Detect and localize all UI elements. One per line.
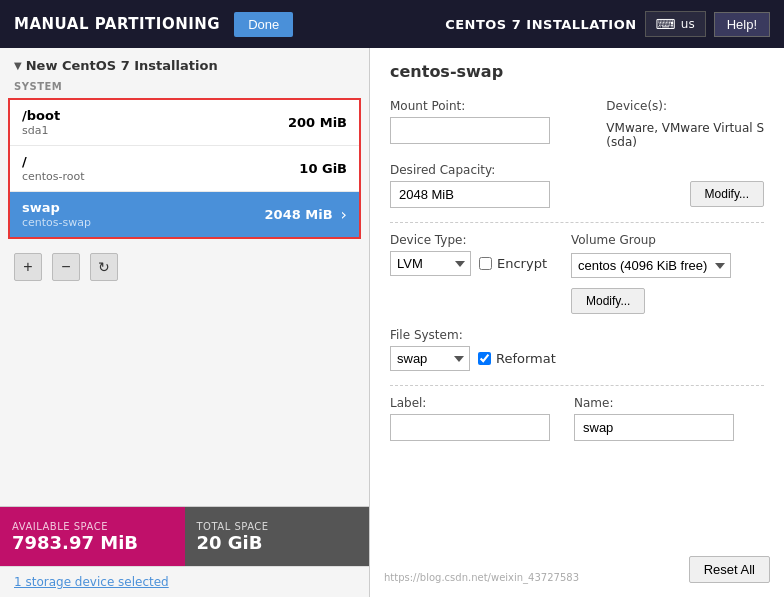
partition-arrow-icon: ›: [341, 205, 347, 224]
partition-item-root[interactable]: / centos-root 10 GiB: [10, 146, 359, 192]
devices-label: Device(s):: [606, 99, 764, 113]
installation-header: ▼ New CentOS 7 Installation: [0, 48, 369, 79]
reformat-checkbox-group: Reformat: [478, 351, 556, 366]
right-section-title: centos-swap: [390, 62, 764, 85]
keyboard-indicator[interactable]: ⌨ us: [645, 11, 706, 37]
done-button[interactable]: Done: [234, 12, 293, 37]
desired-capacity-group: Desired Capacity:: [390, 163, 666, 208]
devices-value: VMware, VMware Virtual S(sda): [606, 121, 764, 149]
collapse-triangle[interactable]: ▼: [14, 60, 22, 71]
total-space-label: TOTAL SPACE: [197, 521, 358, 532]
help-button[interactable]: Help!: [714, 12, 770, 37]
add-partition-button[interactable]: +: [14, 253, 42, 281]
partition-list: /boot sda1 200 MiB / centos-root 10 GiB …: [8, 98, 361, 239]
label-field-label: Label:: [390, 396, 550, 410]
partition-size-root: 10 GiB: [299, 161, 347, 176]
partition-item-boot[interactable]: /boot sda1 200 MiB: [10, 100, 359, 146]
keyboard-icon: ⌨: [656, 16, 676, 32]
partition-subname-swap: centos-swap: [22, 216, 265, 229]
device-type-vg-row: Device Type: LVM Standard RAID Encrypt V…: [390, 233, 764, 314]
url-watermark: https://blog.csdn.net/weixin_43727583: [384, 572, 579, 583]
available-space-box: AVAILABLE SPACE 7983.97 MiB: [0, 507, 185, 566]
filesystem-select[interactable]: swap ext4 xfs: [390, 346, 470, 371]
device-type-select[interactable]: LVM Standard RAID: [390, 251, 471, 276]
page-title: MANUAL PARTITIONING: [14, 15, 220, 33]
partition-item-swap[interactable]: swap centos-swap 2048 MiB ›: [10, 192, 359, 237]
filesystem-group: File System: swap ext4 xfs Reformat: [390, 328, 556, 371]
installation-label: New CentOS 7 Installation: [26, 58, 218, 73]
devices-modify-button[interactable]: Modify...: [690, 181, 764, 207]
storage-device-link[interactable]: 1 storage device selected: [0, 566, 369, 597]
system-label: SYSTEM: [0, 79, 369, 96]
left-panel: ▼ New CentOS 7 Installation SYSTEM /boot…: [0, 48, 370, 597]
device-type-label: Device Type:: [390, 233, 547, 247]
desired-capacity-label: Desired Capacity:: [390, 163, 666, 177]
total-space-value: 20 GiB: [197, 532, 358, 553]
partition-size-swap: 2048 MiB: [265, 207, 333, 222]
name-field-input[interactable]: [574, 414, 734, 441]
main-content: ▼ New CentOS 7 Installation SYSTEM /boot…: [0, 48, 784, 597]
available-space-label: AVAILABLE SPACE: [12, 521, 173, 532]
volume-group-select[interactable]: centos (4096 KiB free): [571, 253, 731, 278]
label-field-input[interactable]: [390, 414, 550, 441]
available-space-value: 7983.97 MiB: [12, 532, 173, 553]
volume-group-group: Volume Group centos (4096 KiB free) Modi…: [571, 233, 731, 314]
capacity-modify-row: Desired Capacity: Modify...: [390, 163, 764, 208]
volume-group-label: Volume Group: [571, 233, 731, 247]
right-panel: centos-swap Mount Point: Device(s): VMwa…: [370, 48, 784, 597]
keyboard-lang: us: [681, 17, 695, 31]
refresh-button[interactable]: ↻: [90, 253, 118, 281]
mount-point-group: Mount Point:: [390, 99, 582, 149]
mount-point-label: Mount Point:: [390, 99, 582, 113]
devices-modify-group: Modify...: [690, 181, 764, 208]
filesystem-select-group: swap ext4 xfs Reformat: [390, 346, 556, 371]
device-type-group: Device Type: LVM Standard RAID Encrypt: [390, 233, 547, 314]
devices-group: Device(s): VMware, VMware Virtual S(sda): [606, 99, 764, 149]
partition-size-boot: 200 MiB: [288, 115, 347, 130]
desired-capacity-input[interactable]: [390, 181, 550, 208]
partition-actions: + − ↻: [0, 245, 369, 289]
label-name-row: Label: Name:: [390, 396, 764, 441]
device-type-select-group: LVM Standard RAID Encrypt: [390, 251, 547, 276]
volume-group-row: centos (4096 KiB free): [571, 253, 731, 278]
separator-1: [390, 222, 764, 223]
reformat-label: Reformat: [496, 351, 556, 366]
partition-subname-root: centos-root: [22, 170, 299, 183]
partition-subname-boot: sda1: [22, 124, 288, 137]
partition-name-swap: swap: [22, 200, 265, 215]
filesystem-label: File System:: [390, 328, 556, 342]
name-field-group: Name:: [574, 396, 734, 441]
encrypt-label: Encrypt: [497, 256, 547, 271]
separator-2: [390, 385, 764, 386]
name-field-label: Name:: [574, 396, 734, 410]
encrypt-checkbox[interactable]: [479, 257, 492, 270]
reset-all-button[interactable]: Reset All: [689, 556, 770, 583]
partition-name-boot: /boot: [22, 108, 288, 123]
mount-point-input[interactable]: [390, 117, 550, 144]
filesystem-row: File System: swap ext4 xfs Reformat: [390, 328, 764, 371]
installation-title: CENTOS 7 INSTALLATION: [445, 17, 636, 32]
encrypt-checkbox-group: Encrypt: [479, 256, 547, 271]
volume-group-modify-button[interactable]: Modify...: [571, 288, 645, 314]
reformat-checkbox[interactable]: [478, 352, 491, 365]
total-space-box: TOTAL SPACE 20 GiB: [185, 507, 370, 566]
label-field-group: Label:: [390, 396, 550, 441]
top-bar: MANUAL PARTITIONING Done CENTOS 7 INSTAL…: [0, 0, 784, 48]
bottom-bar: AVAILABLE SPACE 7983.97 MiB TOTAL SPACE …: [0, 506, 369, 566]
partition-name-root: /: [22, 154, 299, 169]
remove-partition-button[interactable]: −: [52, 253, 80, 281]
mount-devices-row: Mount Point: Device(s): VMware, VMware V…: [390, 99, 764, 149]
